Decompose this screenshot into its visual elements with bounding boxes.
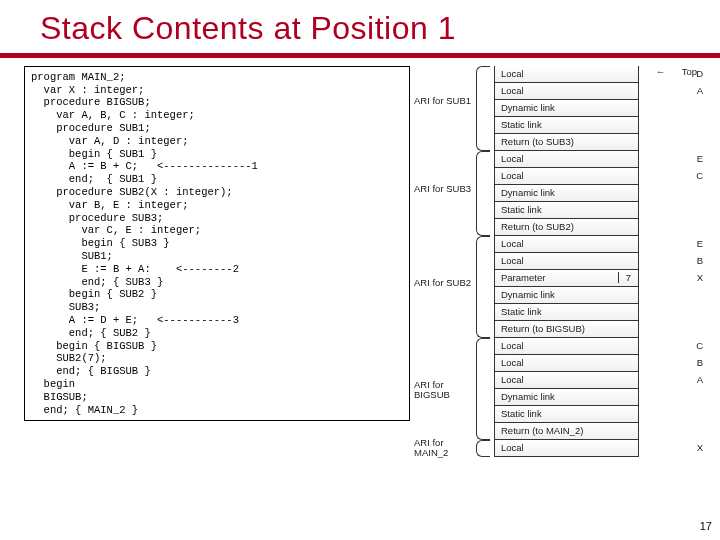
- stack-cell: Dynamic link: [494, 185, 639, 202]
- stack-diagram: Top LocalDLocalADynamic linkStatic linkR…: [414, 66, 714, 422]
- stack-cell: Return (to SUB2): [494, 219, 639, 236]
- stack-cell-varname: E: [697, 238, 703, 249]
- ari-label-bigsub: ARI for BIGSUB: [414, 380, 474, 401]
- stack-cell-label: Local: [495, 85, 638, 96]
- stack-cell: Return (to BIGSUB): [494, 321, 639, 338]
- bracket-main2: [476, 440, 490, 457]
- stack-cell-label: Dynamic link: [495, 102, 638, 113]
- stack-cell: Local: [494, 440, 639, 457]
- stack-cell: Static link: [494, 406, 639, 423]
- stack-cell: Local: [494, 83, 639, 100]
- page-title: Stack Contents at Position 1: [0, 0, 720, 53]
- stack-cell-label: Return (to SUB2): [495, 221, 638, 232]
- ari-label-sub1: ARI for SUB1: [414, 96, 474, 106]
- stack-column: Top LocalDLocalADynamic linkStatic linkR…: [494, 66, 639, 457]
- stack-cell-varname: A: [697, 85, 703, 96]
- bracket-sub1: [476, 66, 490, 151]
- stack-cell: Local: [494, 355, 639, 372]
- stack-cell: Dynamic link: [494, 389, 639, 406]
- stack-cell-varname: D: [696, 68, 703, 79]
- stack-cell-label: Local: [495, 374, 638, 385]
- bracket-bigsub: [476, 338, 490, 440]
- stack-cell: Local: [494, 372, 639, 389]
- stack-cell-label: Dynamic link: [495, 187, 638, 198]
- stack-cell: Static link: [494, 117, 639, 134]
- stack-cell: Return (to MAIN_2): [494, 423, 639, 440]
- bracket-sub2: [476, 236, 490, 338]
- stack-cell-label: Local: [495, 68, 638, 79]
- stack-cell-varname: E: [697, 153, 703, 164]
- stack-cell: Static link: [494, 304, 639, 321]
- bracket-sub3: [476, 151, 490, 236]
- code-listing: program MAIN_2; var X : integer; procedu…: [24, 66, 410, 422]
- stack-cell: Parameter7: [494, 270, 639, 287]
- stack-cell-label: Local: [495, 238, 638, 249]
- ari-label-main2: ARI for MAIN_2: [414, 438, 474, 459]
- stack-cell-label: Local: [495, 170, 638, 181]
- stack-cell: Local: [494, 66, 639, 83]
- title-underline: [0, 53, 720, 58]
- stack-cell-varname: A: [697, 374, 703, 385]
- stack-cell-label: Static link: [495, 119, 638, 130]
- stack-cell: Static link: [494, 202, 639, 219]
- stack-cell-label: Dynamic link: [495, 289, 638, 300]
- ari-label-sub2: ARI for SUB2: [414, 278, 474, 288]
- stack-cell-label: Local: [495, 255, 638, 266]
- ari-label-sub3: ARI for SUB3: [414, 184, 474, 194]
- stack-cell: Return (to SUB3): [494, 134, 639, 151]
- stack-cell-label: Parameter: [495, 272, 618, 283]
- stack-cell-value: 7: [618, 272, 638, 283]
- stack-cell-label: Return (to MAIN_2): [495, 425, 638, 436]
- stack-cell-varname: B: [697, 357, 703, 368]
- stack-cell: Dynamic link: [494, 287, 639, 304]
- stack-cell-label: Dynamic link: [495, 391, 638, 402]
- stack-cell-label: Static link: [495, 306, 638, 317]
- stack-cell: Local: [494, 151, 639, 168]
- page-number: 17: [700, 520, 712, 532]
- content-row: program MAIN_2; var X : integer; procedu…: [0, 66, 720, 422]
- stack-cell-label: Static link: [495, 204, 638, 215]
- stack-cell-varname: X: [697, 442, 703, 453]
- stack-cell-varname: B: [697, 255, 703, 266]
- stack-cell: Local: [494, 253, 639, 270]
- stack-cell-label: Return (to SUB3): [495, 136, 638, 147]
- stack-cell-label: Return (to BIGSUB): [495, 323, 638, 334]
- stack-cell: Local: [494, 338, 639, 355]
- stack-cell-varname: C: [696, 340, 703, 351]
- stack-cell-varname: C: [696, 170, 703, 181]
- stack-cell-varname: X: [697, 272, 703, 283]
- stack-cell: Local: [494, 168, 639, 185]
- stack-cell: Dynamic link: [494, 100, 639, 117]
- stack-cell: Local: [494, 236, 639, 253]
- stack-cell-label: Local: [495, 340, 638, 351]
- stack-cell-label: Local: [495, 442, 638, 453]
- stack-cell-label: Local: [495, 357, 638, 368]
- stack-cell-label: Static link: [495, 408, 638, 419]
- stack-cell-label: Local: [495, 153, 638, 164]
- top-pointer: Top: [682, 66, 697, 77]
